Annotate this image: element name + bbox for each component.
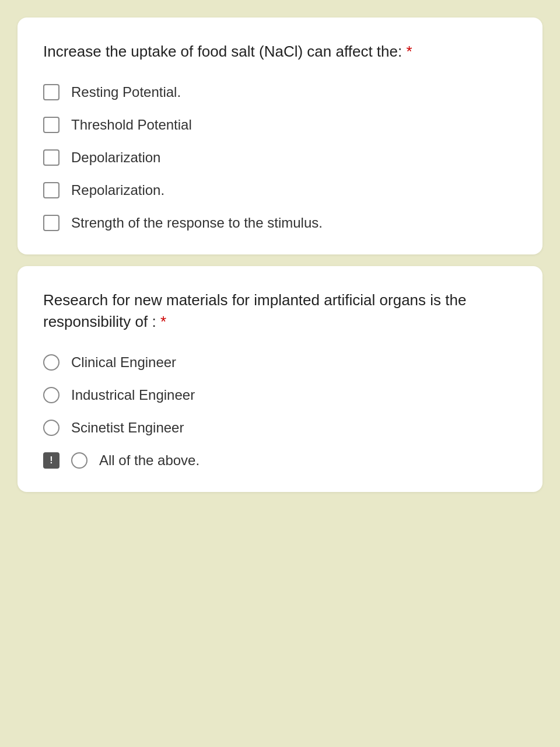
question-1-card: Increase the uptake of food salt (NaCl) … xyxy=(18,18,542,254)
radio-clinical-engineer[interactable] xyxy=(43,354,60,371)
question-2-text: Research for new materials for implanted… xyxy=(43,289,517,333)
label-threshold-potential: Threshold Potential xyxy=(71,117,192,133)
option-scinetist-engineer[interactable]: Scinetist Engineer xyxy=(43,420,517,436)
option-clinical-engineer[interactable]: Clinical Engineer xyxy=(43,354,517,371)
option-resting-potential[interactable]: Resting Potential. xyxy=(43,84,517,100)
checkbox-resting-potential[interactable] xyxy=(43,84,60,100)
checkbox-strength-response[interactable] xyxy=(43,215,60,231)
checkbox-repolarization[interactable] xyxy=(43,182,60,198)
label-depolarization: Depolarization xyxy=(71,149,160,166)
option-all-above[interactable]: ! All of the above. xyxy=(43,452,517,469)
radio-all-above[interactable] xyxy=(71,452,88,469)
option-repolarization[interactable]: Repolarization. xyxy=(43,182,517,198)
option-industrical-engineer[interactable]: Industrical Engineer xyxy=(43,387,517,403)
question-1-body: Increase the uptake of food salt (NaCl) … xyxy=(43,43,402,60)
question-2-options: Clinical Engineer Industrical Engineer S… xyxy=(43,354,517,469)
question-2-required: * xyxy=(160,313,166,330)
alert-icon: ! xyxy=(43,452,60,469)
label-industrical-engineer: Industrical Engineer xyxy=(71,387,195,403)
option-depolarization[interactable]: Depolarization xyxy=(43,149,517,166)
label-strength-response: Strength of the response to the stimulus… xyxy=(71,215,323,231)
radio-scinetist-engineer[interactable] xyxy=(43,420,60,436)
radio-industrical-engineer[interactable] xyxy=(43,387,60,403)
question-1-options: Resting Potential. Threshold Potential D… xyxy=(43,84,517,231)
label-all-above: All of the above. xyxy=(99,452,200,469)
checkbox-threshold-potential[interactable] xyxy=(43,117,60,133)
label-resting-potential: Resting Potential. xyxy=(71,84,181,100)
label-clinical-engineer: Clinical Engineer xyxy=(71,354,176,371)
label-scinetist-engineer: Scinetist Engineer xyxy=(71,420,184,436)
question-1-required: * xyxy=(406,43,412,60)
option-threshold-potential[interactable]: Threshold Potential xyxy=(43,117,517,133)
option-strength-response[interactable]: Strength of the response to the stimulus… xyxy=(43,215,517,231)
question-2-body: Research for new materials for implanted… xyxy=(43,291,466,331)
checkbox-depolarization[interactable] xyxy=(43,149,60,166)
question-2-card: Research for new materials for implanted… xyxy=(18,266,542,492)
question-1-text: Increase the uptake of food salt (NaCl) … xyxy=(43,41,517,63)
label-repolarization: Repolarization. xyxy=(71,182,164,198)
